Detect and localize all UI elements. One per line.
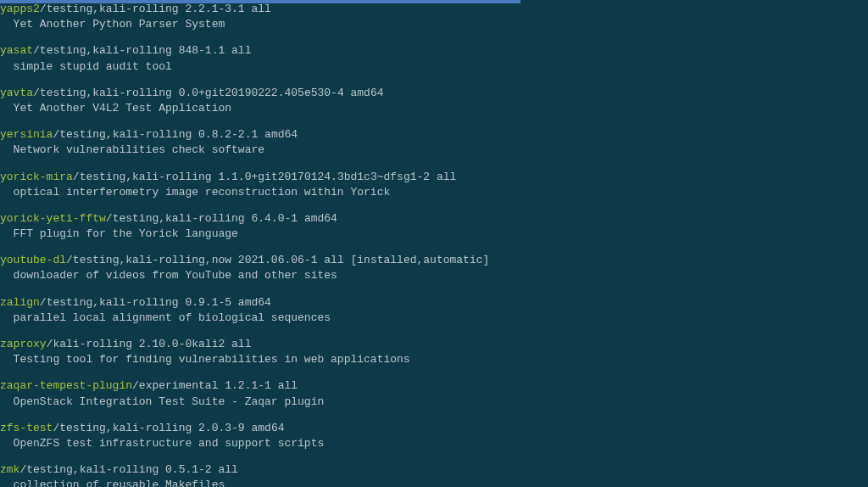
package-name: zmk (0, 463, 19, 476)
package-entry: yasat/testing,kali-rolling 848-1.1 allsi… (0, 43, 868, 74)
package-meta: testing,kali-rolling 0.8.2-2.1 amd64 (59, 128, 298, 141)
package-name: yavta (0, 87, 33, 99)
package-description: OpenStack Integration Test Suite - Zaqar… (0, 395, 868, 410)
package-header: yorick-yeti-fftw/testing,kali-rolling 6.… (0, 211, 868, 227)
package-description: FFT plugin for the Yorick language (0, 227, 868, 242)
package-meta: kali-rolling 2.10.0-0kali2 all (53, 338, 251, 350)
package-description: Network vulnerabilities check software (0, 143, 868, 158)
separator-slash: / (106, 212, 113, 225)
package-header: zfs-test/testing,kali-rolling 2.0.3-9 am… (0, 421, 868, 436)
package-description: simple stupid audit tool (0, 59, 868, 75)
package-meta: testing,kali-rolling 0.5.1-2 all (26, 463, 238, 476)
package-meta: testing,kali-rolling 2.2.1-3.1 all (47, 3, 271, 15)
package-header: zaproxy/kali-rolling 2.10.0-0kali2 all (0, 337, 868, 352)
package-description: Testing tool for finding vulnerabilities… (0, 352, 868, 367)
package-name: yasat (0, 44, 33, 57)
package-header: zaqar-tempest-plugin/experimental 1.2.1-… (0, 378, 868, 394)
package-name: yersinia (0, 128, 53, 141)
separator-slash: / (73, 171, 80, 183)
package-meta: testing,kali-rolling 848-1.1 all (40, 44, 252, 57)
package-entry: yorick-mira/testing,kali-rolling 1.1.0+g… (0, 170, 868, 200)
package-entry: zaqar-tempest-plugin/experimental 1.2.1-… (0, 378, 868, 409)
package-entry: yorick-yeti-fftw/testing,kali-rolling 6.… (0, 211, 868, 242)
package-meta: testing,kali-rolling 6.4.0-1 amd64 (113, 212, 337, 225)
package-header: zalign/testing,kali-rolling 0.9.1-5 amd6… (0, 295, 868, 311)
package-description: OpenZFS test infrastructure and support … (0, 436, 868, 451)
separator-slash: / (66, 254, 73, 266)
package-meta: testing,kali-rolling 1.1.0+git20170124.3… (80, 171, 457, 183)
package-header: youtube-dl/testing,kali-rolling,now 2021… (0, 253, 868, 268)
package-entry: zmk/testing,kali-rolling 0.5.1-2 allcoll… (0, 462, 868, 487)
separator-slash: / (33, 44, 40, 57)
package-entry: yersinia/testing,kali-rolling 0.8.2-2.1 … (0, 127, 868, 158)
package-description: Yet Another Python Parser System (0, 17, 868, 32)
scrollbar-thumb[interactable] (0, 0, 520, 3)
package-name: zalign (0, 296, 40, 309)
package-name: yorick-mira (0, 171, 73, 183)
package-description: Yet Another V4L2 Test Application (0, 101, 868, 116)
package-meta: testing,kali-rolling 2.0.3-9 amd64 (59, 422, 284, 434)
separator-slash: / (40, 3, 47, 15)
package-name: yapps2 (0, 3, 40, 15)
package-list: yapps2/testing,kali-rolling 2.2.1-3.1 al… (0, 0, 868, 487)
package-name: youtube-dl (0, 254, 66, 266)
package-description: downloader of videos from YouTube and ot… (0, 268, 868, 283)
scrollbar-track[interactable] (0, 0, 868, 3)
separator-slash: / (33, 87, 40, 99)
package-description: parallel local alignment of biological s… (0, 311, 868, 326)
package-entry: zalign/testing,kali-rolling 0.9.1-5 amd6… (0, 295, 868, 326)
separator-slash: / (40, 296, 47, 309)
package-description: optical interferometry image reconstruct… (0, 185, 868, 200)
package-header: yorick-mira/testing,kali-rolling 1.1.0+g… (0, 170, 868, 185)
package-entry: zfs-test/testing,kali-rolling 2.0.3-9 am… (0, 421, 868, 451)
package-name: zfs-test (0, 422, 53, 434)
package-entry: zaproxy/kali-rolling 2.10.0-0kali2 allTe… (0, 337, 868, 367)
package-meta: testing,kali-rolling 0.9.1-5 amd64 (47, 296, 271, 309)
package-name: zaqar-tempest-plugin (0, 379, 132, 392)
package-meta: experimental 1.2.1-1 all (139, 379, 298, 392)
package-header: yavta/testing,kali-rolling 0.0+git201902… (0, 86, 868, 101)
package-entry: yavta/testing,kali-rolling 0.0+git201902… (0, 86, 868, 116)
package-header: zmk/testing,kali-rolling 0.5.1-2 all (0, 462, 868, 478)
package-meta: testing,kali-rolling 0.0+git20190222.405… (40, 87, 384, 99)
package-header: yersinia/testing,kali-rolling 0.8.2-2.1 … (0, 127, 868, 143)
separator-slash: / (132, 379, 139, 392)
package-entry: youtube-dl/testing,kali-rolling,now 2021… (0, 253, 868, 283)
package-meta: testing,kali-rolling,now 2021.06.06-1 al… (73, 254, 489, 266)
package-entry: yapps2/testing,kali-rolling 2.2.1-3.1 al… (0, 2, 868, 32)
package-description: collection of reusable Makefiles (0, 478, 868, 487)
package-name: zaproxy (0, 338, 47, 350)
package-header: yapps2/testing,kali-rolling 2.2.1-3.1 al… (0, 2, 868, 17)
package-header: yasat/testing,kali-rolling 848-1.1 all (0, 43, 868, 59)
package-name: yorick-yeti-fftw (0, 212, 106, 225)
